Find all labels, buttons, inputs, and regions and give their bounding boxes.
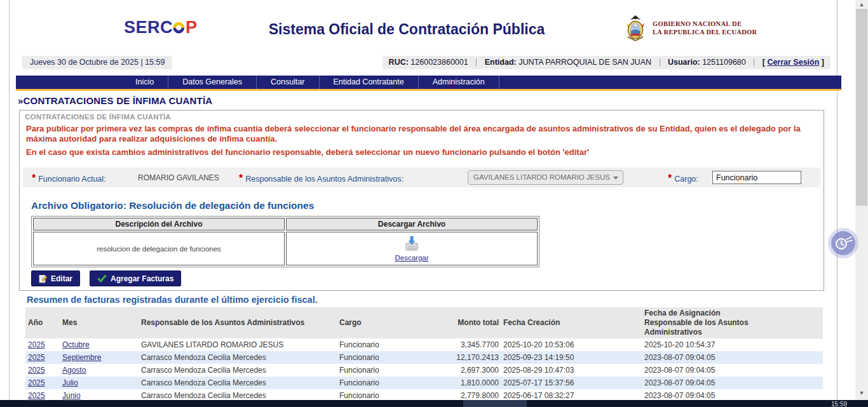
- taskbar: 15:59: [0, 400, 868, 407]
- responsable-select[interactable]: GAVILANES LITARDO ROMARIO JESUS: [468, 170, 623, 185]
- cell-ano: 2025: [25, 351, 60, 364]
- cell-responsable: GAVILANES LITARDO ROMARIO JESUS: [139, 338, 337, 351]
- month-link[interactable]: Junio: [62, 391, 81, 400]
- ecuador-coat-of-arms-icon: [623, 14, 648, 42]
- year-link[interactable]: 2025: [28, 353, 45, 362]
- facturas-header-4: Monto total: [413, 307, 501, 338]
- cargo-label: *Cargo:: [668, 173, 698, 184]
- nav-item-inicio[interactable]: Inicio: [121, 76, 168, 89]
- funcionario-actual-label: *Funcionario Actual:: [32, 173, 106, 184]
- archivo-col-descripcion: Descripción del Archivo: [33, 218, 285, 230]
- descargar-link[interactable]: Descargar: [287, 254, 537, 262]
- ruc-label: RUC:: [389, 58, 409, 67]
- cell-fecha_creacion: 2025-07-17 15:37:56: [501, 377, 642, 389]
- cell-responsable: Carrasco Mendoza Cecilia Mercedes: [139, 364, 337, 377]
- table-row: 2025JulioCarrasco Mendoza Cecilia Merced…: [25, 377, 823, 389]
- facturas-header-6: Fecha de Asignación Responsable de los A…: [642, 307, 823, 338]
- year-link[interactable]: 2025: [28, 366, 45, 375]
- year-link[interactable]: 2025: [28, 340, 45, 349]
- responsable-selected-option: GAVILANES LITARDO ROMARIO JESUS: [473, 173, 610, 181]
- check-icon: [97, 274, 107, 283]
- nav-item-administracion[interactable]: Administración: [419, 76, 499, 89]
- archivo-descargar-cell: Descargar: [286, 232, 538, 265]
- required-asterisk: *: [32, 173, 36, 183]
- agregar-facturas-button[interactable]: Agregar Facturas: [90, 270, 181, 286]
- cell-fecha_creacion: 2025-10-20 10:53:06: [501, 338, 642, 351]
- taskbar-active-app-segment[interactable]: [463, 400, 527, 407]
- infima-cuantia-panel: CONTRATACIONES DE ÍNFIMA CUANTÍA Para pu…: [19, 110, 824, 291]
- datetime-display: Jueves 30 de Octubre de 2025 | 15:59: [22, 56, 172, 69]
- funcionario-form-row: *Funcionario Actual: ROMARIO GAVILANES *…: [23, 168, 820, 187]
- responsable-label: *Responsable de los Asuntos Administrati…: [239, 173, 403, 184]
- archivo-obligatorio-heading: Archivo Obligatorio: Resolución de deleg…: [31, 200, 314, 211]
- sercop-logo-o-icon: [171, 20, 187, 36]
- edit-icon: [39, 274, 47, 283]
- cell-fecha_asignacion: 2025-10-20 10:54:37: [642, 338, 823, 351]
- ruc-value: 1260023860001: [410, 58, 468, 67]
- cell-monto: 1,810.0000: [413, 377, 501, 389]
- download-icon[interactable]: [403, 236, 421, 252]
- panel-legend: CONTRATACIONES DE ÍNFIMA CUANTÍA: [25, 113, 171, 121]
- month-link[interactable]: Agosto: [62, 366, 86, 375]
- entity-value: JUNTA PARROQUIAL DE SAN JUAN: [519, 58, 651, 67]
- cell-monto: 2,697.3000: [413, 364, 501, 377]
- funcionario-actual-value: ROMARIO GAVILANES: [138, 173, 219, 182]
- logout-link[interactable]: Cerrar Sesión: [767, 58, 819, 67]
- winged-clock-icon: [834, 235, 853, 252]
- cell-fecha_creacion: 2025-09-23 14:19:50: [501, 351, 642, 364]
- government-logo: GOBIERNO NACIONAL DE LA REPUBLICA DEL EC…: [623, 14, 757, 42]
- session-divider: [754, 58, 754, 66]
- required-asterisk: *: [239, 173, 243, 183]
- sercop-logo-text: SERC: [124, 18, 173, 37]
- resumen-title: Resumen de facturas registradas durante …: [27, 295, 318, 305]
- taskbar-clock[interactable]: 15:59: [831, 401, 847, 407]
- cell-mes: Agosto: [60, 364, 139, 377]
- instruction-paragraph-1: Para publicar por primera vez las compra…: [26, 124, 814, 144]
- sercop-logo-p: P: [186, 18, 198, 37]
- cell-fecha_asignacion: 2023-08-07 09:04:05: [642, 364, 823, 377]
- nav-gold-underline: [16, 89, 841, 91]
- nav-item-datos-generales[interactable]: Datos Generales: [168, 76, 257, 89]
- page-left-border: [9, 0, 10, 400]
- scrollbar-up-arrow-icon[interactable]: ▲: [855, 0, 868, 9]
- cell-mes: Julio: [60, 377, 139, 389]
- month-link[interactable]: Octubre: [62, 340, 90, 349]
- browser-viewport: SERCP Sistema Oficial de Contratación Pú…: [0, 0, 868, 407]
- sercop-logo: SERCP: [124, 18, 198, 37]
- cell-cargo: Funcionario: [337, 364, 413, 377]
- cell-mes: Octubre: [60, 338, 139, 351]
- government-logo-text: GOBIERNO NACIONAL DE LA REPUBLICA DEL EC…: [653, 20, 757, 36]
- facturas-header-1: Mes: [60, 307, 139, 338]
- user-value: 1251109680: [702, 58, 746, 67]
- year-link[interactable]: 2025: [28, 378, 45, 387]
- facturas-table: AñoMesResponsable de los Asuntos Adminis…: [25, 307, 823, 402]
- cell-cargo: Funcionario: [337, 338, 413, 351]
- month-link[interactable]: Septiembre: [62, 353, 101, 362]
- session-bar: RUC: 1260023860001 Entidad: JUNTA PARROQ…: [383, 56, 831, 69]
- nav-item-entidad-contratante[interactable]: Entidad Contratante: [320, 76, 419, 89]
- cell-monto: 12,170.2413: [413, 351, 501, 364]
- cell-responsable: Carrasco Mendoza Cecilia Mercedes: [139, 377, 337, 389]
- cell-monto: 3,345.7700: [413, 338, 501, 351]
- cargo-input[interactable]: [712, 171, 801, 184]
- page-right-border: [837, 0, 837, 400]
- year-link[interactable]: 2025: [28, 391, 45, 400]
- main-navigation: InicioDatos GeneralesConsultarEntidad Co…: [16, 76, 841, 89]
- scrollbar-down-arrow-icon[interactable]: ▼: [855, 389, 868, 397]
- floating-timer-widget[interactable]: [831, 231, 855, 255]
- scrollbar-thumb[interactable]: [856, 9, 867, 206]
- cell-fecha_creacion: 2025-08-29 10:47:03: [501, 364, 642, 377]
- nav-item-consultar[interactable]: Consultar: [257, 76, 320, 89]
- user-label: Usuario:: [668, 58, 700, 67]
- cell-responsable: Carrasco Mendoza Cecilia Mercedes: [139, 351, 337, 364]
- archivo-table: Descripción del Archivo Descargar Archiv…: [31, 216, 539, 267]
- cell-cargo: Funcionario: [337, 351, 413, 364]
- facturas-header-0: Año: [25, 307, 60, 338]
- government-text-line2: LA REPUBLICA DEL ECUADOR: [653, 28, 757, 36]
- month-link[interactable]: Julio: [62, 378, 78, 387]
- session-divider: [660, 58, 660, 66]
- logout-bracket-close: ]: [819, 58, 824, 67]
- vertical-scrollbar[interactable]: ▲ ▼: [855, 0, 868, 400]
- editar-button[interactable]: Editar: [31, 270, 80, 286]
- facturas-header-3: Cargo: [337, 307, 413, 338]
